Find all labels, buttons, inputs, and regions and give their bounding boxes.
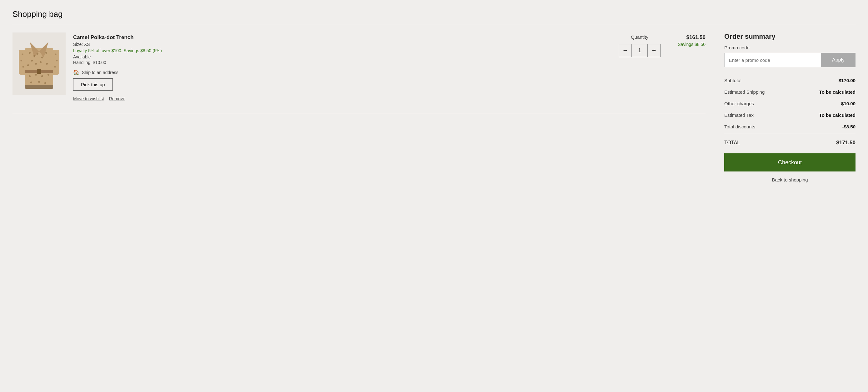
total-label: TOTAL — [724, 140, 740, 145]
quantity-label: Quantity — [631, 34, 648, 40]
svg-point-7 — [29, 52, 31, 54]
svg-point-24 — [22, 54, 24, 55]
remove-button[interactable]: Remove — [109, 96, 125, 101]
svg-point-10 — [36, 53, 38, 55]
subtotal-label: Subtotal — [724, 78, 741, 83]
product-details: Camel Polka-dot Trench Size: XS Loyalty … — [73, 32, 611, 101]
svg-point-17 — [29, 75, 31, 77]
tax-label: Estimated Tax — [724, 112, 754, 118]
cart-item: Camel Polka-dot Trench Size: XS Loyalty … — [12, 32, 706, 110]
svg-point-19 — [41, 75, 43, 77]
product-handling: Handling: $10.00 — [73, 60, 611, 65]
svg-point-9 — [31, 60, 33, 62]
shipping-label: Estimated Shipping — [724, 89, 765, 95]
order-summary: Order summary Promo code Apply Subtotal … — [724, 32, 856, 183]
svg-point-13 — [27, 64, 29, 66]
product-name: Camel Polka-dot Trench — [73, 34, 611, 41]
ship-to-address: 🏠 Ship to an address — [73, 69, 611, 75]
svg-point-29 — [54, 66, 56, 68]
other-charges-label: Other charges — [724, 101, 754, 106]
product-size: Size: XS — [73, 42, 611, 47]
subtotal-value: $170.00 — [839, 78, 856, 83]
cart-divider — [12, 114, 706, 114]
pick-up-button[interactable]: Pick this up — [73, 78, 113, 91]
promo-label: Promo code — [724, 45, 856, 50]
promo-code-input[interactable] — [724, 53, 821, 67]
product-image-container — [12, 32, 66, 95]
quantity-controls: − 1 + — [619, 44, 660, 57]
action-links: Move to wishlist Remove — [73, 96, 611, 101]
item-savings: Savings $8.50 — [668, 42, 706, 47]
summary-row-subtotal: Subtotal $170.00 — [724, 75, 856, 86]
quantity-section: Quantity − 1 + — [619, 32, 660, 57]
back-to-shopping-link[interactable]: Back to shopping — [724, 177, 856, 183]
svg-point-22 — [38, 81, 40, 83]
svg-point-8 — [33, 55, 35, 57]
svg-point-21 — [30, 81, 32, 84]
page-title: Shopping bag — [12, 9, 856, 19]
summary-rows: Subtotal $170.00 Estimated Shipping To b… — [724, 75, 856, 132]
checkout-button[interactable]: Checkout — [724, 153, 856, 171]
summary-row-discounts: Total discounts -$8.50 — [724, 121, 856, 132]
svg-point-25 — [21, 60, 22, 62]
ship-icon: 🏠 — [73, 69, 80, 75]
svg-point-11 — [41, 57, 43, 58]
main-layout: Camel Polka-dot Trench Size: XS Loyalty … — [12, 32, 856, 183]
move-to-wishlist-button[interactable]: Move to wishlist — [73, 96, 104, 101]
svg-point-27 — [55, 54, 57, 55]
svg-point-20 — [48, 74, 50, 75]
svg-rect-6 — [37, 69, 41, 74]
summary-row-shipping: Estimated Shipping To be calculated — [724, 86, 856, 98]
item-price: $161.50 — [668, 34, 706, 41]
svg-point-14 — [35, 63, 37, 65]
price-section: $161.50 Savings $8.50 — [668, 32, 706, 47]
discounts-value: -$8.50 — [842, 124, 856, 129]
quantity-decrease-button[interactable]: − — [619, 44, 632, 57]
svg-point-23 — [44, 82, 46, 84]
quantity-increase-button[interactable]: + — [647, 44, 660, 57]
loyalty-discount: Loyalty 5% off over $100: Savings $8.50 … — [73, 48, 611, 53]
promo-row: Apply — [724, 53, 856, 67]
svg-point-26 — [23, 66, 24, 68]
other-charges-value: $10.00 — [841, 101, 856, 106]
svg-point-18 — [35, 74, 37, 75]
apply-button[interactable]: Apply — [821, 53, 856, 67]
summary-row-tax: Estimated Tax To be calculated — [724, 109, 856, 121]
summary-title: Order summary — [724, 32, 856, 41]
shipping-value: To be calculated — [819, 89, 856, 95]
svg-rect-30 — [25, 85, 53, 89]
svg-point-12 — [45, 52, 47, 54]
svg-point-28 — [56, 60, 58, 62]
summary-divider — [724, 134, 856, 134]
cart-section: Camel Polka-dot Trench Size: XS Loyalty … — [12, 32, 706, 114]
svg-point-15 — [40, 61, 41, 63]
quantity-value: 1 — [632, 44, 647, 57]
total-value: $171.50 — [836, 140, 856, 146]
header-divider — [12, 25, 856, 25]
product-availability: Available — [73, 54, 611, 59]
tax-value: To be calculated — [819, 112, 856, 118]
product-image — [19, 36, 59, 92]
ship-to-label: Ship to an address — [82, 70, 118, 75]
svg-point-16 — [46, 63, 48, 65]
discounts-label: Total discounts — [724, 124, 755, 129]
summary-row-other: Other charges $10.00 — [724, 98, 856, 109]
total-row: TOTAL $171.50 — [724, 135, 856, 150]
